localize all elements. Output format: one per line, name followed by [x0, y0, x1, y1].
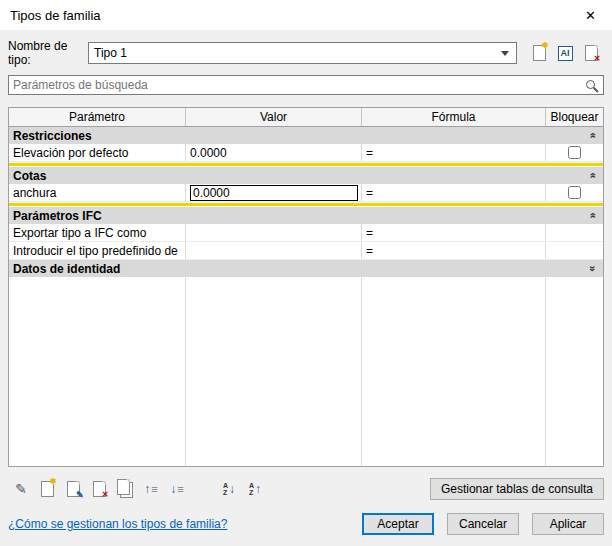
- modify-parameter-button[interactable]: ✎: [60, 478, 86, 500]
- move-up-button[interactable]: ↑≡: [138, 478, 164, 500]
- column-header-formula[interactable]: Fórmula: [362, 108, 546, 126]
- type-buttons: ✱ AI ✕: [526, 42, 604, 64]
- type-name-row: Nombre de tipo: Tipo 1 ✱ AI ✕: [8, 42, 604, 64]
- lock-checkbox[interactable]: [568, 186, 581, 199]
- cancel-button[interactable]: Cancelar: [447, 513, 519, 535]
- section-restricciones: Restricciones»Elevación por defecto0.000…: [9, 127, 603, 162]
- manage-lookup-tables-button[interactable]: Gestionar tablas de consulta: [430, 478, 604, 500]
- parameter-value-cell[interactable]: [186, 224, 362, 241]
- empty-cell: [546, 277, 603, 466]
- sort-ascending-icon: AZ ↓: [223, 482, 235, 496]
- delete-type-icon: ✕: [585, 45, 598, 61]
- duplicate-parameter-button[interactable]: [112, 478, 138, 500]
- new-type-button[interactable]: ✱: [526, 42, 552, 64]
- section-title: Cotas: [13, 169, 46, 183]
- dialog-footer: ¿Cómo se gestionan los tipos de familia?…: [8, 513, 604, 535]
- new-parameter-button[interactable]: ✱: [34, 478, 60, 500]
- empty-cell: [186, 277, 362, 466]
- parameter-toolbar: ✎ ✱ ✎ ✕ ↑≡ ↓≡: [8, 478, 268, 500]
- move-down-button[interactable]: ↓≡: [164, 478, 190, 500]
- parameter-formula-cell[interactable]: =: [362, 144, 546, 161]
- empty-cell: [9, 277, 186, 466]
- parameters-table: Parámetro Valor Fórmula Bloquear Restric…: [8, 107, 604, 467]
- delete-type-button[interactable]: ✕: [578, 42, 604, 64]
- section-title: Parámetros IFC: [13, 209, 102, 223]
- delete-parameter-button[interactable]: ✕: [86, 478, 112, 500]
- help-link[interactable]: ¿Cómo se gestionan los tipos de familia?: [8, 517, 227, 531]
- search-box: [8, 75, 604, 95]
- move-down-icon: ↓≡: [170, 482, 183, 496]
- type-name-label: Nombre de tipo:: [8, 39, 88, 67]
- collapse-icon[interactable]: »: [586, 212, 597, 218]
- rename-type-button[interactable]: AI: [552, 42, 578, 64]
- parameter-formula-cell[interactable]: =: [362, 242, 546, 259]
- parameter-name-cell[interactable]: Elevación por defecto: [9, 144, 186, 161]
- search-input[interactable]: [9, 76, 603, 94]
- value-input[interactable]: [190, 185, 358, 201]
- sort-descending-button[interactable]: AZ ↑: [242, 478, 268, 500]
- apply-button[interactable]: Aplicar: [532, 513, 604, 535]
- parameter-lock-cell: [546, 184, 603, 201]
- sort-descending-icon: AZ ↑: [249, 482, 261, 496]
- parameter-row: Exportar tipo a IFC como=: [9, 224, 603, 242]
- section-header-parametros-ifc[interactable]: Parámetros IFC»: [9, 207, 603, 224]
- titlebar: Tipos de familia ✕: [0, 0, 612, 30]
- parameter-name-cell[interactable]: Introducir el tipo predefinido de: [9, 242, 186, 259]
- close-icon[interactable]: ✕: [581, 6, 600, 25]
- table-body: Restricciones»Elevación por defecto0.000…: [9, 127, 603, 466]
- parameter-lock-cell: [546, 144, 603, 161]
- family-types-dialog: Tipos de familia ✕ Nombre de tipo: Tipo …: [0, 0, 612, 546]
- parameter-formula-cell[interactable]: =: [362, 224, 546, 241]
- parameter-formula-cell[interactable]: =: [362, 184, 546, 201]
- accept-button[interactable]: Aceptar: [362, 513, 434, 535]
- type-name-select[interactable]: Tipo 1: [88, 42, 517, 64]
- column-header-valor[interactable]: Valor: [186, 108, 362, 126]
- sort-ascending-button[interactable]: AZ ↓: [216, 478, 242, 500]
- section-cotas: Cotas»anchura=: [9, 167, 603, 202]
- expand-icon[interactable]: »: [586, 265, 597, 271]
- parameter-row: Introducir el tipo predefinido de=: [9, 242, 603, 260]
- new-type-icon: ✱: [533, 45, 546, 61]
- parameter-lock-cell: [546, 224, 603, 241]
- lock-checkbox[interactable]: [568, 146, 581, 159]
- move-up-icon: ↑≡: [144, 482, 157, 496]
- parameter-value-cell[interactable]: [186, 184, 362, 201]
- dialog-title: Tipos de familia: [10, 8, 101, 23]
- rename-type-icon: AI: [558, 46, 573, 61]
- section-title: Restricciones: [13, 129, 92, 143]
- section-title: Datos de identidad: [13, 262, 120, 276]
- parameter-name-cell[interactable]: Exportar tipo a IFC como: [9, 224, 186, 241]
- chevron-down-icon: [501, 51, 509, 56]
- section-header-cotas[interactable]: Cotas»: [9, 167, 603, 184]
- new-parameter-icon: ✱: [41, 481, 54, 497]
- pencil-icon: ✎: [15, 481, 27, 497]
- collapse-icon[interactable]: »: [586, 132, 597, 138]
- footer-buttons: Aceptar Cancelar Aplicar: [362, 513, 604, 535]
- empty-cell: [362, 277, 546, 466]
- section-parametros-ifc: Parámetros IFC»Exportar tipo a IFC como=…: [9, 207, 603, 260]
- delete-parameter-icon: ✕: [93, 481, 106, 497]
- parameter-value-cell[interactable]: [186, 242, 362, 259]
- section-header-restricciones[interactable]: Restricciones»: [9, 127, 603, 144]
- table-header: Parámetro Valor Fórmula Bloquear: [9, 108, 603, 127]
- section-header-datos-de-identidad[interactable]: Datos de identidad»: [9, 260, 603, 277]
- edit-parameter-button[interactable]: ✎: [8, 478, 34, 500]
- search-icon[interactable]: [586, 80, 595, 89]
- parameter-row: Elevación por defecto0.0000=: [9, 144, 603, 162]
- duplicate-parameter-icon: [117, 479, 130, 495]
- parameter-lock-cell: [546, 242, 603, 259]
- collapse-icon[interactable]: »: [586, 172, 597, 178]
- parameter-toolbar-row: ✎ ✱ ✎ ✕ ↑≡ ↓≡: [8, 477, 604, 500]
- type-name-value: Tipo 1: [94, 46, 127, 60]
- section-datos-de-identidad: Datos de identidad»: [9, 260, 603, 277]
- column-header-bloquear[interactable]: Bloquear: [546, 108, 603, 126]
- column-header-parametro[interactable]: Parámetro: [9, 108, 186, 126]
- modify-parameter-icon: ✎: [67, 481, 80, 497]
- parameter-value-cell[interactable]: 0.0000: [186, 144, 362, 161]
- table-empty-area: [9, 277, 603, 466]
- parameter-row: anchura=: [9, 184, 603, 202]
- parameter-name-cell[interactable]: anchura: [9, 184, 186, 201]
- dialog-body: Nombre de tipo: Tipo 1 ✱ AI ✕: [0, 42, 612, 535]
